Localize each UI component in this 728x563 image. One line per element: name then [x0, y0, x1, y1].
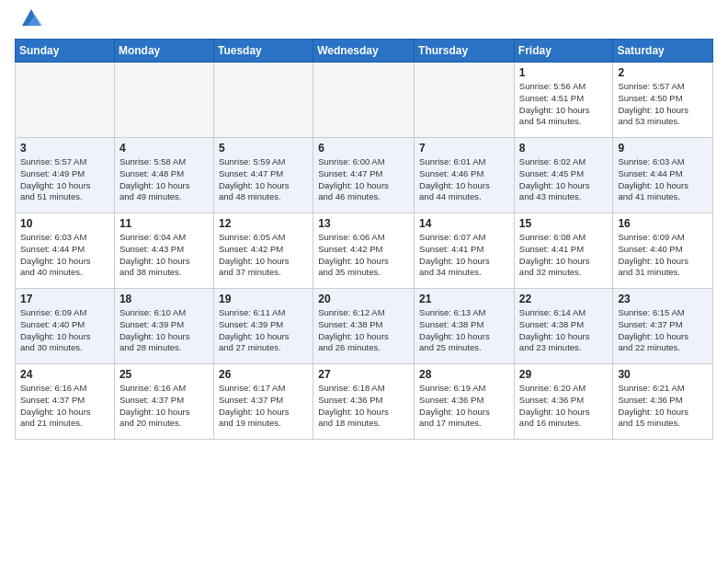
- calendar-cell: 27Sunrise: 6:18 AMSunset: 4:36 PMDayligh…: [313, 364, 415, 440]
- calendar-cell: 5Sunrise: 5:59 AMSunset: 4:47 PMDaylight…: [213, 138, 313, 213]
- day-info: Sunrise: 6:08 AMSunset: 4:41 PMDaylight:…: [519, 232, 609, 279]
- day-number: 4: [119, 142, 209, 155]
- calendar-cell: 26Sunrise: 6:17 AMSunset: 4:37 PMDayligh…: [213, 364, 313, 440]
- calendar-cell: [16, 63, 115, 138]
- day-info: Sunrise: 6:11 AMSunset: 4:39 PMDaylight:…: [219, 307, 308, 354]
- calendar-cell: 8Sunrise: 6:02 AMSunset: 4:45 PMDaylight…: [514, 138, 613, 213]
- calendar-cell: 30Sunrise: 6:21 AMSunset: 4:36 PMDayligh…: [613, 364, 713, 440]
- day-number: 26: [219, 368, 308, 381]
- day-number: 27: [318, 368, 409, 381]
- calendar-cell: 4Sunrise: 5:58 AMSunset: 4:48 PMDaylight…: [114, 138, 213, 213]
- calendar-cell: [313, 63, 415, 138]
- calendar-cell: [114, 63, 213, 138]
- logo: [15, 9, 44, 31]
- calendar-cell: 23Sunrise: 6:15 AMSunset: 4:37 PMDayligh…: [613, 289, 713, 364]
- weekday-header-sunday: Sunday: [16, 40, 115, 63]
- calendar-table: SundayMondayTuesdayWednesdayThursdayFrid…: [15, 39, 713, 440]
- day-number: 18: [119, 293, 209, 305]
- week-row-1: 1Sunrise: 5:56 AMSunset: 4:51 PMDaylight…: [16, 63, 713, 138]
- calendar-cell: 14Sunrise: 6:07 AMSunset: 4:41 PMDayligh…: [415, 213, 515, 289]
- day-info: Sunrise: 6:09 AMSunset: 4:40 PMDaylight:…: [618, 232, 708, 279]
- calendar-cell: 15Sunrise: 6:08 AMSunset: 4:41 PMDayligh…: [514, 213, 613, 289]
- day-info: Sunrise: 6:19 AMSunset: 4:36 PMDaylight:…: [419, 383, 509, 430]
- day-info: Sunrise: 6:03 AMSunset: 4:44 PMDaylight:…: [618, 156, 708, 203]
- day-number: 10: [20, 217, 109, 230]
- day-number: 12: [219, 217, 308, 230]
- calendar-cell: 18Sunrise: 6:10 AMSunset: 4:39 PMDayligh…: [114, 289, 213, 364]
- day-info: Sunrise: 6:16 AMSunset: 4:37 PMDaylight:…: [20, 383, 109, 430]
- day-info: Sunrise: 6:13 AMSunset: 4:38 PMDaylight:…: [419, 307, 509, 354]
- calendar-cell: 29Sunrise: 6:20 AMSunset: 4:36 PMDayligh…: [514, 364, 613, 440]
- header: [15, 9, 713, 31]
- day-info: Sunrise: 6:20 AMSunset: 4:36 PMDaylight:…: [519, 383, 609, 430]
- calendar-cell: 28Sunrise: 6:19 AMSunset: 4:36 PMDayligh…: [415, 364, 515, 440]
- day-number: 17: [20, 293, 109, 305]
- calendar-cell: 6Sunrise: 6:00 AMSunset: 4:47 PMDaylight…: [313, 138, 415, 213]
- day-info: Sunrise: 6:12 AMSunset: 4:38 PMDaylight:…: [318, 307, 409, 354]
- day-number: 30: [618, 368, 708, 381]
- day-number: 5: [219, 142, 308, 155]
- day-number: 23: [618, 293, 708, 305]
- calendar-cell: 7Sunrise: 6:01 AMSunset: 4:46 PMDaylight…: [415, 138, 515, 213]
- day-info: Sunrise: 6:18 AMSunset: 4:36 PMDaylight:…: [318, 383, 409, 430]
- calendar-cell: [415, 63, 515, 138]
- day-number: 11: [119, 217, 209, 230]
- day-info: Sunrise: 6:07 AMSunset: 4:41 PMDaylight:…: [419, 232, 509, 279]
- weekday-header-saturday: Saturday: [613, 40, 713, 63]
- calendar-cell: 1Sunrise: 5:56 AMSunset: 4:51 PMDaylight…: [514, 63, 613, 138]
- day-info: Sunrise: 5:56 AMSunset: 4:51 PMDaylight:…: [519, 81, 609, 128]
- day-info: Sunrise: 6:00 AMSunset: 4:47 PMDaylight:…: [318, 156, 409, 203]
- day-info: Sunrise: 6:10 AMSunset: 4:39 PMDaylight:…: [119, 307, 209, 354]
- calendar-cell: 16Sunrise: 6:09 AMSunset: 4:40 PMDayligh…: [613, 213, 713, 289]
- weekday-header-row: SundayMondayTuesdayWednesdayThursdayFrid…: [16, 40, 713, 63]
- day-number: 20: [318, 293, 409, 305]
- day-info: Sunrise: 5:59 AMSunset: 4:47 PMDaylight:…: [219, 156, 308, 203]
- day-info: Sunrise: 5:57 AMSunset: 4:49 PMDaylight:…: [20, 156, 109, 203]
- calendar-cell: 19Sunrise: 6:11 AMSunset: 4:39 PMDayligh…: [213, 289, 313, 364]
- week-row-5: 24Sunrise: 6:16 AMSunset: 4:37 PMDayligh…: [16, 364, 713, 440]
- calendar-cell: 9Sunrise: 6:03 AMSunset: 4:44 PMDaylight…: [613, 138, 713, 213]
- day-info: Sunrise: 6:03 AMSunset: 4:44 PMDaylight:…: [20, 232, 109, 279]
- day-number: 6: [318, 142, 409, 155]
- day-number: 1: [519, 66, 609, 79]
- day-info: Sunrise: 6:04 AMSunset: 4:43 PMDaylight:…: [119, 232, 209, 279]
- day-number: 25: [119, 368, 209, 381]
- calendar-cell: 13Sunrise: 6:06 AMSunset: 4:42 PMDayligh…: [313, 213, 415, 289]
- day-number: 2: [618, 66, 708, 79]
- day-number: 24: [20, 368, 109, 381]
- day-info: Sunrise: 6:16 AMSunset: 4:37 PMDaylight:…: [119, 383, 209, 430]
- day-info: Sunrise: 5:58 AMSunset: 4:48 PMDaylight:…: [119, 156, 209, 203]
- day-number: 16: [618, 217, 708, 230]
- calendar-cell: 10Sunrise: 6:03 AMSunset: 4:44 PMDayligh…: [16, 213, 115, 289]
- week-row-2: 3Sunrise: 5:57 AMSunset: 4:49 PMDaylight…: [16, 138, 713, 213]
- day-number: 7: [419, 142, 509, 155]
- day-info: Sunrise: 6:09 AMSunset: 4:40 PMDaylight:…: [20, 307, 109, 354]
- calendar-cell: 24Sunrise: 6:16 AMSunset: 4:37 PMDayligh…: [16, 364, 115, 440]
- weekday-header-wednesday: Wednesday: [313, 40, 415, 63]
- day-number: 29: [519, 368, 609, 381]
- calendar-cell: 12Sunrise: 6:05 AMSunset: 4:42 PMDayligh…: [213, 213, 313, 289]
- calendar-cell: 2Sunrise: 5:57 AMSunset: 4:50 PMDaylight…: [613, 63, 713, 138]
- day-number: 19: [219, 293, 308, 305]
- day-number: 9: [618, 142, 708, 155]
- weekday-header-friday: Friday: [514, 40, 613, 63]
- weekday-header-tuesday: Tuesday: [213, 40, 313, 63]
- day-number: 21: [419, 293, 509, 305]
- day-number: 14: [419, 217, 509, 230]
- day-info: Sunrise: 6:06 AMSunset: 4:42 PMDaylight:…: [318, 232, 409, 279]
- day-number: 13: [318, 217, 409, 230]
- day-number: 8: [519, 142, 609, 155]
- week-row-4: 17Sunrise: 6:09 AMSunset: 4:40 PMDayligh…: [16, 289, 713, 364]
- page: SundayMondayTuesdayWednesdayThursdayFrid…: [0, 0, 728, 563]
- day-info: Sunrise: 6:17 AMSunset: 4:37 PMDaylight:…: [219, 383, 308, 430]
- calendar-cell: 3Sunrise: 5:57 AMSunset: 4:49 PMDaylight…: [16, 138, 115, 213]
- calendar-cell: 11Sunrise: 6:04 AMSunset: 4:43 PMDayligh…: [114, 213, 213, 289]
- calendar-cell: 17Sunrise: 6:09 AMSunset: 4:40 PMDayligh…: [16, 289, 115, 364]
- day-info: Sunrise: 6:21 AMSunset: 4:36 PMDaylight:…: [618, 383, 708, 430]
- day-info: Sunrise: 5:57 AMSunset: 4:50 PMDaylight:…: [618, 81, 708, 128]
- day-number: 15: [519, 217, 609, 230]
- day-info: Sunrise: 6:01 AMSunset: 4:46 PMDaylight:…: [419, 156, 509, 203]
- calendar-cell: 25Sunrise: 6:16 AMSunset: 4:37 PMDayligh…: [114, 364, 213, 440]
- day-info: Sunrise: 6:15 AMSunset: 4:37 PMDaylight:…: [618, 307, 708, 354]
- day-number: 28: [419, 368, 509, 381]
